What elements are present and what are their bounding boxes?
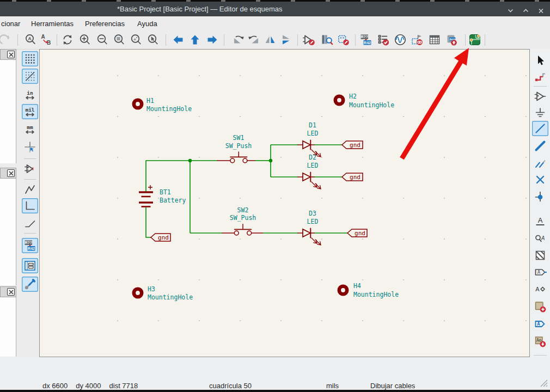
add-directive-label-button[interactable]: A — [532, 231, 548, 246]
window-title: *Basic Project [Basic Project] — Editor … — [117, 5, 282, 13]
add-hier-label-button[interactable]: A — [532, 316, 548, 332]
power-label-gnd-4[interactable]: gnd — [151, 234, 170, 241]
svg-text:A: A — [541, 235, 545, 241]
svg-text:gnd: gnd — [350, 174, 360, 181]
component-H1[interactable]: H1 MountingHole — [132, 97, 192, 113]
add-sheet-pin-button[interactable]: A — [532, 334, 548, 349]
units-mm-button[interactable]: mm — [22, 121, 38, 137]
add-bus-button[interactable] — [532, 138, 548, 154]
annotate-auto-button[interactable]: R??R42 — [22, 238, 38, 253]
power-label-gnd-1[interactable]: gnd — [342, 141, 363, 149]
minimize-button[interactable] — [505, 6, 515, 15]
title-bar[interactable]: *Basic Project [Basic Project] — Editor … — [0, 2, 550, 16]
add-no-connect-button[interactable] — [532, 172, 548, 187]
add-sheet-button[interactable] — [532, 299, 548, 314]
simulator-button[interactable] — [392, 32, 408, 47]
add-rule-area-button[interactable] — [532, 248, 548, 263]
component-SW2[interactable]: SW2 SW_Push — [222, 206, 262, 235]
wire-hv-button[interactable] — [22, 198, 38, 213]
component-H4[interactable]: H4 MountingHole — [338, 282, 399, 298]
show-hidden-pins-button[interactable] — [22, 161, 38, 176]
find-button[interactable]: A — [22, 32, 39, 47]
grid-dots-button[interactable] — [22, 51, 38, 66]
maximize-button[interactable] — [521, 6, 530, 15]
rotate-cw-button[interactable] — [246, 32, 262, 47]
hierarchy-icon — [23, 259, 36, 272]
menu-herramientas[interactable]: Herramientas — [31, 20, 74, 28]
fields-table-button[interactable] — [426, 32, 443, 47]
component-SW1[interactable]: SW1 SW_Push — [217, 134, 255, 163]
nav-up-button[interactable] — [187, 32, 203, 47]
rotate-cw-icon — [247, 33, 260, 46]
panel-close-button-2[interactable] — [7, 169, 15, 177]
properties-panel-button[interactable] — [22, 277, 38, 292]
cursor-shape-button[interactable] — [22, 139, 38, 155]
schematic-canvas[interactable]: BT1 Battery SW1 SW_Push — [39, 49, 530, 357]
grid-override-button[interactable] — [22, 69, 38, 84]
zoom-in-button[interactable] — [77, 32, 93, 47]
power-label-gnd-3[interactable]: gnd — [347, 229, 367, 237]
hierarchy-navigator-button[interactable] — [22, 258, 38, 273]
component-H3[interactable]: H3 MountingHole — [132, 285, 193, 301]
wire-free-angle-button[interactable] — [22, 182, 38, 197]
mirror-horizontal-button[interactable] — [262, 32, 278, 47]
arrow-left-icon — [172, 33, 185, 46]
refresh-view-button[interactable] — [59, 32, 76, 47]
component-D2[interactable]: D2 LED — [298, 154, 321, 189]
find-replace-button[interactable]: AB — [38, 32, 54, 47]
panel-close-button-3[interactable] — [7, 288, 15, 296]
wire-45-button[interactable] — [22, 215, 38, 230]
menu-seleccionar[interactable]: cionar — [1, 20, 20, 28]
find-replace-icon: AB — [39, 33, 52, 46]
zoom-fit-button[interactable] — [111, 32, 127, 47]
svg-text:R??: R?? — [25, 241, 32, 244]
nav-left-button[interactable] — [170, 32, 186, 47]
svg-text:gnd: gnd — [158, 234, 169, 241]
add-power-button[interactable] — [532, 105, 548, 120]
svg-text:gnd: gnd — [350, 142, 360, 149]
nav-right-button[interactable] — [204, 32, 221, 47]
add-wire-button[interactable] — [532, 121, 548, 136]
menu-preferencias[interactable]: Preferencias — [85, 20, 125, 28]
zoom-object-button[interactable] — [145, 32, 161, 47]
panel-close-button-1[interactable] — [7, 51, 15, 58]
add-junction-button[interactable] — [532, 189, 548, 204]
add-global-label-button[interactable]: A — [532, 265, 548, 280]
units-inch-button[interactable]: in — [22, 87, 38, 102]
menu-ayuda[interactable]: Ayuda — [137, 20, 157, 28]
highlight-net-button[interactable] — [532, 69, 548, 84]
mirror-vertical-button[interactable] — [278, 32, 294, 47]
edit-symbols-button[interactable] — [301, 32, 317, 47]
component-H2[interactable]: H2 MountingHole — [334, 93, 395, 109]
open-pcb-editor-button[interactable] — [467, 32, 483, 47]
value-SW1: SW_Push — [225, 142, 252, 150]
component-D1[interactable]: D1 LED — [298, 121, 321, 157]
zoom-out-button[interactable] — [94, 32, 111, 47]
browse-libraries-icon — [320, 33, 333, 46]
edit-footprints-button[interactable] — [335, 32, 351, 47]
grid-override-icon — [23, 70, 36, 83]
export-bom-button[interactable]: .bom — [444, 32, 460, 47]
zoom-selection-button[interactable] — [128, 32, 144, 47]
resize-grip[interactable] — [540, 379, 548, 388]
component-D3[interactable]: D3 LED — [298, 210, 321, 245]
erc-check-button[interactable] — [375, 32, 392, 47]
units-mil-button[interactable]: mil — [22, 104, 38, 119]
add-sheet-icon — [534, 300, 547, 313]
browse-libraries-button[interactable] — [319, 32, 335, 47]
redo-button[interactable] — [0, 32, 13, 47]
svg-text:A: A — [537, 321, 540, 327]
cursor-icon — [534, 54, 547, 67]
arrow-right-icon — [206, 33, 219, 46]
add-class-label-button[interactable]: A — [532, 281, 548, 297]
assign-footprints-button[interactable] — [409, 32, 425, 47]
add-symbol-button[interactable] — [532, 89, 548, 104]
select-tool-button[interactable] — [532, 53, 548, 68]
close-button[interactable] — [536, 6, 546, 15]
rotate-ccw-button[interactable] — [230, 32, 247, 47]
annotate-button[interactable]: R??R42 — [358, 32, 374, 47]
add-bus-entry-button[interactable] — [532, 155, 548, 170]
power-label-gnd-2[interactable]: gnd — [342, 173, 363, 181]
add-net-label-button[interactable]: A — [532, 213, 548, 229]
value-D1: LED — [307, 130, 319, 137]
